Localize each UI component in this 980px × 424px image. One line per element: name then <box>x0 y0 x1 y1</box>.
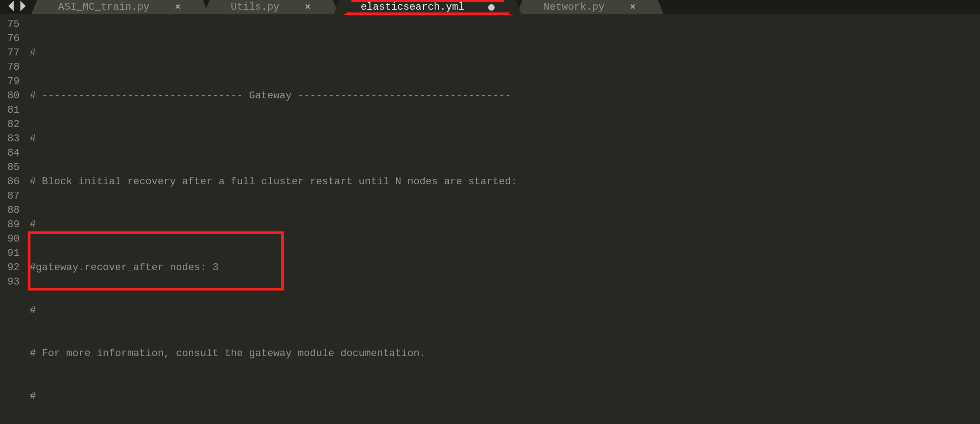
line-number: 82 <box>7 117 19 132</box>
tab-nav-arrows <box>0 0 34 14</box>
line-number: 75 <box>7 17 19 31</box>
line-number: 88 <box>7 203 19 218</box>
code-text: # --------------------------------- Gate… <box>30 89 511 103</box>
svg-marker-1 <box>20 0 26 11</box>
line-number: 85 <box>7 160 19 175</box>
line-number-gutter: 75 76 77 78 79 80 81 82 83 84 85 86 87 8… <box>0 14 26 424</box>
line-number: 76 <box>7 31 19 46</box>
line-number: 93 <box>7 275 19 289</box>
dirty-indicator-icon[interactable] <box>488 4 495 11</box>
line-number: 86 <box>7 175 19 189</box>
code-text: # Block initial recovery after a full cl… <box>30 175 517 189</box>
arrow-left-icon[interactable] <box>6 0 16 14</box>
arrow-right-icon[interactable] <box>18 0 28 14</box>
svg-marker-0 <box>8 0 14 11</box>
close-icon[interactable]: × <box>628 3 637 12</box>
code-text: # For more information, consult the gate… <box>30 346 425 361</box>
close-icon[interactable]: × <box>173 3 182 12</box>
line-number: 92 <box>7 260 19 275</box>
close-icon[interactable]: × <box>304 3 312 12</box>
line-number: 77 <box>7 46 19 60</box>
line-number: 89 <box>7 218 19 232</box>
line-number: 83 <box>7 132 19 146</box>
line-number: 91 <box>7 246 19 260</box>
line-number: 87 <box>7 189 19 203</box>
tab-label: ASI_MC_train.py <box>58 1 149 13</box>
code-text: # <box>30 46 36 60</box>
code-editor[interactable]: 75 76 77 78 79 80 81 82 83 84 85 86 87 8… <box>0 14 980 424</box>
code-text: #gateway.recover_after_nodes: 3 <box>30 260 218 275</box>
tab-label: Utils.py <box>231 1 280 13</box>
code-text: # <box>30 389 36 404</box>
line-number: 80 <box>7 89 19 103</box>
tab-asi-mc-train[interactable]: ASI_MC_train.py × <box>42 0 197 14</box>
line-number: 90 <box>7 232 19 246</box>
code-content[interactable]: # # --------------------------------- Ga… <box>26 14 980 424</box>
line-number: 84 <box>7 146 19 160</box>
tab-elasticsearch-yml[interactable]: elasticsearch.yml <box>345 0 510 14</box>
line-number: 78 <box>7 60 19 74</box>
tab-utils[interactable]: Utils.py × <box>215 0 328 14</box>
code-text: # <box>30 218 36 232</box>
tab-label: Network.py <box>544 1 604 13</box>
code-text: # <box>30 303 36 318</box>
tab-label: elasticsearch.yml <box>361 1 464 13</box>
tab-bar: ASI_MC_train.py × Utils.py × elasticsear… <box>0 0 980 14</box>
code-text: # <box>30 132 36 146</box>
line-number: 79 <box>7 74 19 89</box>
line-number: 81 <box>7 103 19 117</box>
tab-network[interactable]: Network.py × <box>528 0 652 14</box>
